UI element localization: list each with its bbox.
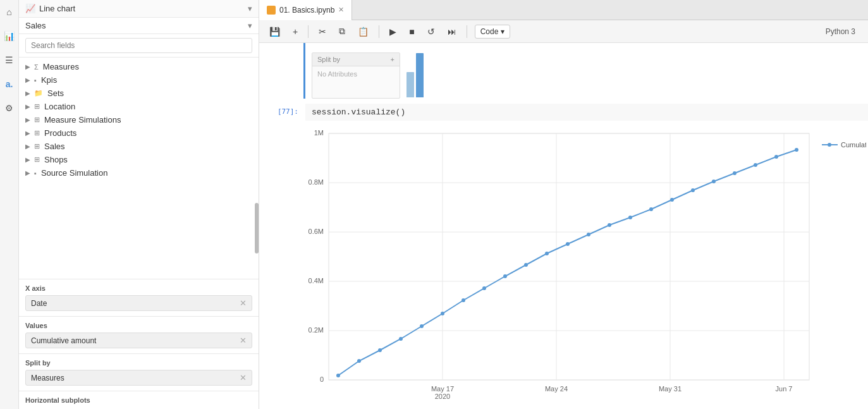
cell-number: [77]:	[259, 104, 303, 116]
python-badge: Python 3	[818, 27, 863, 36]
datasource-label: Sales	[25, 21, 46, 30]
toolbar: 💾 + ✂ ⧉ 📋 ▶ ■ ↺ ⏭ Code ▾ Python 3	[259, 20, 868, 43]
svg-text:1M: 1M	[314, 129, 324, 137]
svg-text:May 17: May 17	[431, 385, 454, 393]
split-by-box: Split by + No Attributes	[312, 52, 400, 99]
folder-icon: 📁	[34, 89, 43, 97]
copy-button[interactable]: ⧉	[334, 23, 350, 39]
chart-icon[interactable]: 📊	[3, 29, 16, 43]
dot	[336, 374, 340, 377]
restart-button[interactable]: ↺	[422, 24, 440, 39]
tree-item-products[interactable]: ▶ ⊞ Products	[19, 126, 259, 140]
notebook-tab[interactable]: 01. Basics.ipynb ✕	[259, 0, 352, 20]
horizontal-section: Horizontal subplots	[19, 391, 259, 409]
dot	[482, 286, 486, 290]
dot	[462, 298, 465, 302]
search-input[interactable]	[25, 38, 252, 53]
split-by-header: Split by +	[312, 53, 400, 66]
brand-icon[interactable]: a.	[3, 77, 16, 91]
expand-icon: ▶	[25, 116, 30, 123]
tree-item-measure-simulations[interactable]: ▶ ⊞ Measure Simulations	[19, 113, 259, 126]
tree-item-source-simulation[interactable]: ▶ ▪ Source Simulation	[19, 166, 259, 180]
tree-label: Measures	[43, 62, 79, 71]
separator	[308, 25, 309, 38]
svg-text:2020: 2020	[435, 393, 450, 399]
dot	[566, 242, 570, 246]
expand-icon: ▶	[25, 156, 30, 163]
code-dropdown-chevron: ▾	[501, 27, 504, 36]
values-section: Values Cumulative amount ✕	[19, 316, 259, 353]
add-cell-button[interactable]: +	[288, 24, 303, 39]
horizontal-label: Horizontal subplots	[25, 396, 252, 404]
table-icon: ⊞	[34, 142, 40, 150]
tree-label: Location	[44, 102, 75, 111]
tree-item-sales[interactable]: ▶ ⊞ Sales	[19, 140, 259, 153]
cell-gutter	[259, 43, 303, 99]
fast-forward-button[interactable]: ⏭	[443, 24, 462, 39]
dot	[399, 337, 403, 341]
puzzle-icon[interactable]: ⚙	[3, 101, 16, 115]
tab-bar: 01. Basics.ipynb ✕	[259, 0, 868, 20]
dot	[649, 207, 653, 211]
box-icon: ▪	[34, 169, 37, 177]
cut-button[interactable]: ✂	[314, 24, 331, 39]
tree-item-measures[interactable]: ▶ Σ Measures	[19, 60, 259, 73]
svg-text:0.2M: 0.2M	[309, 326, 324, 334]
datasource-selector[interactable]: Sales ▾	[19, 18, 259, 34]
svg-rect-0	[329, 133, 809, 380]
bar-1	[406, 72, 414, 97]
tree-item-shops[interactable]: ▶ ⊞ Shops	[19, 153, 259, 166]
tree-item-sets[interactable]: ▶ 📁 Sets	[19, 87, 259, 100]
code-text: session.visualize()	[312, 107, 405, 117]
expand-icon: ▶	[25, 103, 30, 110]
split-by-add-icon[interactable]: +	[391, 56, 394, 63]
svg-text:Jun 7: Jun 7	[776, 385, 793, 393]
code-dropdown[interactable]: Code ▾	[475, 25, 511, 39]
no-attributes-label: No Attributes	[317, 70, 357, 78]
sidebar-panel: 📈 Line chart ▾ Sales ▾ ▶ Σ Measures	[19, 0, 259, 409]
expand-icon: ▶	[25, 143, 30, 150]
code-cell-77: [77]: session.visualize()	[259, 104, 868, 121]
splitby-remove-button[interactable]: ✕	[240, 373, 247, 382]
splitby-field-value: Measures	[31, 374, 64, 382]
dot	[628, 216, 632, 219]
dot	[691, 188, 695, 192]
tree-item-location[interactable]: ▶ ⊞ Location	[19, 100, 259, 113]
tree-label: Source Simulation	[41, 168, 108, 178]
bar-2	[416, 53, 424, 97]
tree-item-kpis[interactable]: ▶ ▪ Kpis	[19, 73, 259, 87]
search-bar	[19, 34, 259, 58]
code-content[interactable]: session.visualize()	[305, 104, 868, 121]
svg-text:0: 0	[320, 375, 324, 383]
xaxis-remove-button[interactable]: ✕	[240, 298, 247, 308]
tree-label: Kpis	[41, 75, 57, 85]
chart-type-selector[interactable]: 📈 Line chart ▾	[19, 0, 259, 18]
stop-button[interactable]: ■	[404, 24, 419, 39]
dot	[733, 171, 737, 175]
xaxis-section: X axis Date ✕	[19, 279, 259, 316]
dot	[545, 252, 549, 255]
splitby-field[interactable]: Measures ✕	[25, 370, 252, 386]
table-icon: ⊞	[34, 156, 40, 164]
expand-icon: ▶	[25, 76, 30, 83]
values-field[interactable]: Cumulative amount ✕	[25, 333, 252, 348]
dot	[524, 263, 528, 267]
notebook-content: Split by + No Attributes	[259, 43, 868, 409]
xaxis-field[interactable]: Date ✕	[25, 295, 252, 311]
save-button[interactable]: 💾	[264, 24, 285, 39]
paste-button[interactable]: 📋	[353, 24, 374, 39]
tree-label: Sales	[44, 142, 65, 151]
xaxis-label: X axis	[25, 284, 252, 292]
notebook-area: 01. Basics.ipynb ✕ 💾 + ✂ ⧉ 📋 ▶ ■ ↺ ⏭ Cod…	[259, 0, 868, 409]
svg-text:0.6M: 0.6M	[309, 228, 324, 235]
list-icon[interactable]: ☰	[3, 53, 16, 67]
table-icon: ⊞	[34, 116, 40, 124]
sidebar: ⌂ 📊 ☰ a. ⚙ 📈 Line chart ▾ Sales ▾	[0, 0, 259, 409]
close-tab-button[interactable]: ✕	[338, 6, 344, 14]
dot	[608, 223, 611, 227]
values-remove-button[interactable]: ✕	[240, 336, 247, 345]
svg-text:May 31: May 31	[659, 385, 682, 393]
legend-dot	[828, 143, 831, 147]
home-icon[interactable]: ⌂	[3, 5, 16, 19]
run-button[interactable]: ▶	[384, 24, 401, 39]
